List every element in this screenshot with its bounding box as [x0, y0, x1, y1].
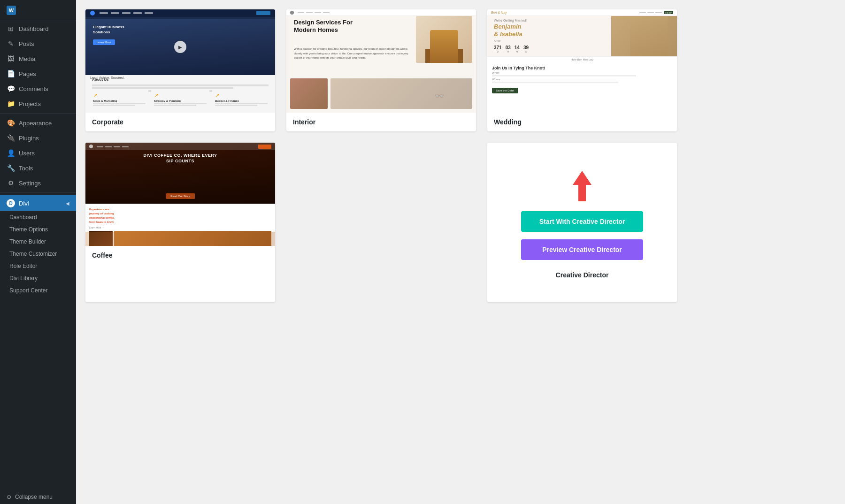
- corporate-label: Corporate: [85, 113, 275, 131]
- divi-sub-role-editor[interactable]: Role Editor: [0, 260, 76, 272]
- theme-grid: Elegant BusinessSolutions Learn More ▶ A…: [85, 9, 677, 302]
- divi-icon: D: [7, 199, 15, 207]
- sidebar-item-media[interactable]: 🖼 Media: [0, 51, 76, 66]
- sidebar-item-tools[interactable]: 🔧 Tools: [0, 160, 76, 176]
- posts-icon: ✎: [7, 40, 15, 47]
- theme-card-corporate[interactable]: Elegant BusinessSolutions Learn More ▶ A…: [85, 9, 275, 131]
- preview-creative-director-button[interactable]: Preview Creative Director: [521, 239, 643, 260]
- collapse-icon: ⊙: [7, 494, 11, 500]
- comments-icon: 💬: [7, 85, 15, 92]
- sidebar-item-projects[interactable]: 📁 Projects: [0, 96, 76, 111]
- projects-icon: 📁: [7, 100, 15, 107]
- red-arrow-icon: [568, 166, 596, 204]
- sidebar-item-pages[interactable]: 📄 Pages: [0, 66, 76, 81]
- divi-sub-dashboard[interactable]: Dashboard: [0, 211, 76, 223]
- tools-icon: 🔧: [7, 164, 15, 172]
- dashboard-icon: ⊞: [7, 25, 15, 32]
- settings-icon: ⚙: [7, 179, 15, 187]
- corporate-preview: Elegant BusinessSolutions Learn More ▶ A…: [85, 9, 275, 113]
- plugins-icon: 🔌: [7, 134, 15, 142]
- divi-sub-theme-builder[interactable]: Theme Builder: [0, 236, 76, 248]
- divi-menu-item[interactable]: D Divi ◀: [0, 195, 76, 211]
- collapse-menu-button[interactable]: ⊙ Collapse menu: [0, 490, 76, 504]
- theme-card-coffee[interactable]: DIVI COFFEE CO. WHERE EVERYSIP COUNTS Re…: [85, 143, 275, 302]
- sidebar-item-posts[interactable]: ✎ Posts: [0, 36, 76, 51]
- interior-preview: Design Services ForModern Homes With a p…: [286, 9, 476, 113]
- sidebar-item-dashboard[interactable]: ⊞ Dashboard: [0, 21, 76, 36]
- wedding-preview: Ben & Izzy RSVP We're Getting Married! B…: [487, 9, 677, 113]
- main-content: Elegant BusinessSolutions Learn More ▶ A…: [76, 0, 845, 504]
- divi-sub-support-center[interactable]: Support Center: [0, 284, 76, 297]
- divi-sub-theme-options[interactable]: Theme Options: [0, 223, 76, 236]
- sidebar-item-comments[interactable]: 💬 Comments: [0, 81, 76, 96]
- sidebar-item-settings[interactable]: ⚙ Settings: [0, 176, 76, 191]
- sidebar: W ⊞ Dashboard ✎ Posts 🖼 Media 📄 Pages 💬 …: [0, 0, 76, 504]
- media-icon: 🖼: [7, 55, 15, 62]
- divi-sub-theme-customizer[interactable]: Theme Customizer: [0, 248, 76, 260]
- wordpress-icon: W: [7, 6, 16, 15]
- appearance-icon: 🎨: [7, 119, 15, 127]
- sidebar-item-plugins[interactable]: 🔌 Plugins: [0, 130, 76, 145]
- sidebar-item-users[interactable]: 👤 Users: [0, 145, 76, 160]
- theme-card-interior[interactable]: Design Services ForModern Homes With a p…: [286, 9, 476, 131]
- interior-label: Interior: [286, 113, 476, 131]
- svg-marker-0: [573, 171, 592, 201]
- divi-submenu: Dashboard Theme Options Theme Builder Th…: [0, 211, 76, 297]
- creative-director-card: Start With Creative Director Preview Cre…: [487, 143, 677, 302]
- divi-sub-divi-library[interactable]: Divi Library: [0, 272, 76, 284]
- wedding-label: Wedding: [487, 113, 677, 131]
- coffee-label: Coffee: [85, 246, 275, 265]
- start-creative-director-button[interactable]: Start With Creative Director: [521, 211, 643, 232]
- sidebar-logo: W: [0, 0, 76, 21]
- users-icon: 👤: [7, 149, 15, 157]
- coffee-preview: DIVI COFFEE CO. WHERE EVERYSIP COUNTS Re…: [85, 143, 275, 246]
- creative-director-label: Creative Director: [556, 271, 609, 279]
- divi-arrow-icon: ◀: [66, 201, 69, 206]
- theme-card-wedding[interactable]: Ben & Izzy RSVP We're Getting Married! B…: [487, 9, 677, 131]
- pages-icon: 📄: [7, 70, 15, 77]
- sidebar-item-appearance[interactable]: 🎨 Appearance: [0, 115, 76, 130]
